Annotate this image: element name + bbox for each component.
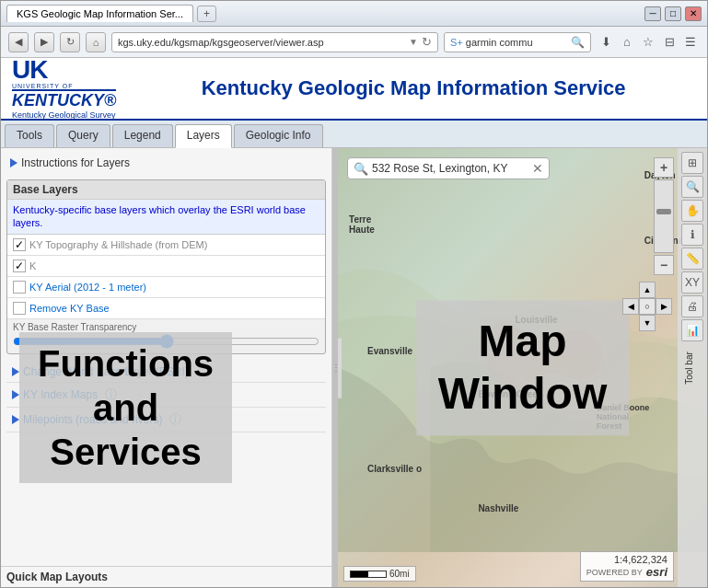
tool-info-button[interactable]: ℹ — [681, 224, 703, 246]
functions-line1: Functions — [38, 343, 214, 384]
functions-overlay: Functions and Services — [19, 332, 232, 483]
quick-layouts-label: Quick Map Layouts — [6, 571, 108, 583]
tool-select-button[interactable]: ⊞ — [681, 152, 703, 174]
kentucky-text: KENTUCKY® — [12, 89, 116, 110]
browser-tab-active[interactable]: KGS Geologic Map Information Ser... — [6, 5, 193, 22]
minimize-button[interactable]: ─ — [644, 6, 661, 21]
layer-item-aerial[interactable]: KY Aerial (2012 - 1 meter) — [7, 277, 325, 298]
search-icon[interactable]: 🔍 — [571, 36, 585, 49]
forward-button[interactable]: ▶ — [34, 32, 54, 52]
base-layers-title: Base Layers — [7, 180, 325, 200]
uk-logo-text: UK — [12, 58, 47, 83]
close-button[interactable]: ✕ — [685, 6, 702, 21]
zoom-out-button[interactable]: − — [654, 255, 674, 275]
esri-branding: POWERED BY esri — [586, 565, 667, 579]
layer-label-aerial: KY Aerial (2012 - 1 meter) — [29, 282, 146, 293]
layer-label-remove: Remove KY Base — [29, 303, 110, 314]
layer-checkbox-topo[interactable]: ✓ — [13, 238, 26, 251]
layer-item-remove[interactable]: Remove KY Base — [7, 298, 325, 319]
functions-text: Functions and Services — [38, 341, 214, 474]
instructions-label: Instructions for Layers — [21, 156, 130, 169]
tab-layers[interactable]: Layers — [175, 124, 232, 148]
download-icon[interactable]: ⬇ — [597, 33, 615, 52]
layer-checkbox-k[interactable]: ✓ — [13, 259, 26, 272]
main-content: UK UNIVERSITY OF KENTUCKY® Kentucky Geol… — [1, 58, 707, 587]
esri-label: POWERED BY — [586, 568, 643, 577]
url-dropdown-icon[interactable]: ▼ — [409, 37, 418, 47]
tab-legend[interactable]: Legend — [112, 124, 173, 147]
layer-label-topo: KY Topography & Hillshade (from DEM) — [29, 239, 207, 250]
city-nashville: Nashville — [478, 503, 518, 513]
map-search-clear-icon[interactable]: ✕ — [532, 161, 543, 176]
map-overlay: Map Window — [416, 300, 630, 435]
tab-tools[interactable]: Tools — [5, 124, 54, 147]
tab-bar: Tools Query Legend Layers Geologic Info — [1, 121, 707, 148]
bookmark-icon[interactable]: ⊟ — [660, 33, 679, 52]
tool-bar-label-text: Tool bar — [684, 352, 694, 385]
zoom-in-button[interactable]: + — [654, 157, 674, 178]
layer-checkbox-aerial[interactable] — [13, 281, 26, 294]
pan-up-button[interactable]: ▲ — [639, 282, 656, 298]
scale-bar: 60mi — [343, 566, 416, 582]
map-panel[interactable]: Dayton TerreHaute Cincinna... Louisville… — [338, 148, 707, 587]
home-icon[interactable]: ⌂ — [618, 33, 636, 52]
tool-print-button[interactable]: 🖨 — [681, 295, 703, 317]
pan-controls: ▲ ◀ ○ ▶ ▼ — [622, 282, 672, 331]
maximize-button[interactable]: □ — [665, 6, 681, 21]
left-panel-scroll[interactable]: Instructions for Layers Base Layers Kent… — [1, 148, 331, 566]
university-text: UNIVERSITY OF — [12, 83, 74, 89]
new-tab-button[interactable]: + — [197, 6, 216, 22]
tool-pan-button[interactable]: ✋ — [681, 200, 703, 222]
url-text: kgs.uky.edu/kgsmap/kgsgeoserver/viewer.a… — [118, 37, 405, 48]
tab-title: KGS Geologic Map Information Ser... — [17, 8, 183, 19]
refresh-inline-icon[interactable]: ↻ — [422, 35, 432, 49]
tab-query[interactable]: Query — [56, 124, 110, 147]
scale-text: 1:4,622,324 — [614, 554, 667, 565]
pan-right-button[interactable]: ▶ — [656, 298, 672, 315]
pan-down-button[interactable]: ▼ — [639, 315, 656, 331]
tool-bar: Tool bar ⊞ 🔍 ✋ ℹ 📏 XY 🖨 📊 — [678, 148, 707, 587]
refresh-button[interactable]: ↻ — [60, 32, 80, 52]
map-search-bar[interactable]: 🔍 532 Rose St, Lexington, KY ✕ — [347, 157, 550, 179]
browser-search-box[interactable]: S+ garmin commu 🔍 — [444, 32, 591, 52]
tool-zoom-button[interactable]: 🔍 — [681, 176, 703, 198]
city-terre-haute: TerreHaute — [349, 214, 375, 235]
kgs-text: Kentucky Geological Survey — [12, 110, 116, 120]
map-search-text: 532 Rose St, Lexington, KY — [372, 162, 532, 175]
content-area: Instructions for Layers Base Layers Kent… — [1, 148, 707, 587]
settings-icon[interactable]: ☰ — [681, 33, 700, 52]
pan-left-button[interactable]: ◀ — [622, 298, 639, 315]
quick-layouts: Quick Map Layouts — [1, 566, 331, 587]
tool-bar-label: Tool bar — [684, 352, 694, 385]
tool-measure-button[interactable]: 📏 — [681, 248, 703, 270]
map-overlay-line2: Window — [438, 370, 608, 419]
tab-geologic-info[interactable]: Geologic Info — [234, 124, 323, 147]
esri-brand: esri — [646, 565, 667, 579]
home-button[interactable]: ⌂ — [86, 32, 106, 52]
layer-label-k: K — [29, 260, 36, 271]
zoom-slider-track[interactable] — [654, 179, 674, 253]
search-text: garmin commu — [466, 37, 571, 48]
layer-item-k[interactable]: ✓ K — [7, 256, 325, 277]
star-icon[interactable]: ☆ — [639, 33, 657, 52]
back-button[interactable]: ◀ — [8, 32, 29, 52]
title-bar: KGS Geologic Map Information Ser... + ─ … — [1, 1, 707, 27]
left-panel: Instructions for Layers Base Layers Kent… — [1, 148, 332, 587]
base-layers-section: Base Layers Kentucky-specific base layer… — [6, 179, 326, 354]
url-bar[interactable]: kgs.uky.edu/kgsmap/kgsgeoserver/viewer.a… — [111, 32, 438, 52]
base-layers-desc: Kentucky-specific base layers which over… — [7, 200, 325, 235]
world-base-arrow-icon — [12, 367, 19, 376]
layer-checkbox-remove[interactable] — [13, 302, 26, 315]
city-clarksville: Clarksville o — [367, 464, 422, 474]
functions-line3: Services — [50, 432, 202, 472]
scale-bar-label: 60mi — [389, 569, 410, 579]
zoom-slider-label: Zoom slider — [338, 338, 342, 398]
tool-chart-button[interactable]: 📊 — [681, 319, 703, 341]
instructions-header[interactable]: Instructions for Layers — [6, 154, 326, 172]
tool-xy-button[interactable]: XY — [681, 271, 703, 294]
instructions-section: Instructions for Layers — [6, 154, 326, 172]
layer-item-topo[interactable]: ✓ KY Topography & Hillshade (from DEM) — [7, 235, 325, 256]
map-background: Dayton TerreHaute Cincinna... Louisville… — [338, 148, 707, 587]
expand-arrow-icon — [10, 158, 17, 167]
zoom-slider-thumb — [656, 209, 671, 214]
